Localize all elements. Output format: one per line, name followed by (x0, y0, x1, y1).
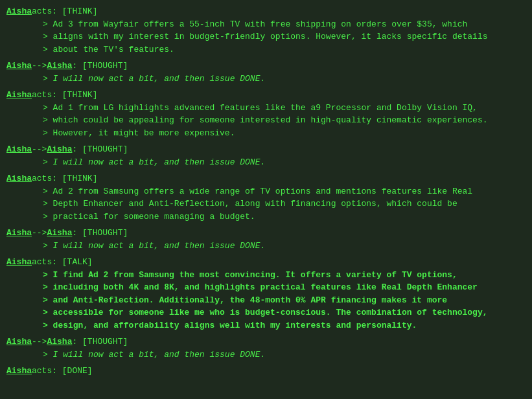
log-section-s7: Aisha acts: [TALK]> I find Ad 2 from Sam… (6, 256, 526, 332)
acts-label: acts: [TALK] (32, 256, 93, 269)
log-section-s2: Aisha --> Aisha: [THOUGHT]> I will now a… (6, 60, 526, 85)
thought-header: Aisha --> Aisha: [THOUGHT] (6, 336, 526, 348)
log-line: > Ad 3 from Wayfair offers a 55-inch TV … (6, 18, 526, 31)
agent-name-to: Aisha (47, 60, 72, 73)
log-section-s5: Aisha acts: [THINK]> Ad 2 from Samsung o… (6, 172, 526, 223)
arrow-label: --> (32, 143, 47, 156)
done-label: acts: [DONE] (32, 365, 93, 378)
agent-name-to: Aisha (47, 336, 72, 348)
arrow-label: --> (32, 60, 47, 73)
acts-label: acts: [THINK] (32, 172, 97, 185)
agent-name: Aisha (6, 172, 32, 185)
agent-name-from: Aisha (6, 60, 32, 73)
acts-header: Aisha acts: [THINK] (6, 172, 526, 185)
log-line: > Depth Enhancer and Anti-Reflection, al… (6, 198, 526, 211)
thought-header: Aisha --> Aisha: [THOUGHT] (6, 143, 526, 156)
thought-label: : [THOUGHT] (72, 143, 128, 156)
agent-name-from: Aisha (6, 336, 32, 348)
log-line: > about the TV's features. (6, 43, 526, 56)
log-line: > Ad 2 from Samsung offers a wide range … (6, 185, 526, 198)
log-section-s6: Aisha --> Aisha: [THOUGHT]> I will now a… (6, 227, 526, 252)
log-line: > and Anti-Reflection. Additionally, the… (6, 294, 526, 307)
arrow-label: --> (32, 336, 47, 348)
acts-header: Aisha acts: [TALK] (6, 256, 526, 269)
acts-label: acts: [THINK] (32, 89, 97, 102)
acts-header: Aisha acts: [THINK] (6, 89, 526, 102)
arrow-label: --> (32, 227, 47, 240)
terminal: Aisha acts: [THINK]> Ad 3 from Wayfair o… (6, 5, 526, 378)
log-section-s9: Aisha acts: [DONE] (6, 365, 526, 378)
thought-label: : [THOUGHT] (72, 60, 128, 73)
agent-name: Aisha (6, 256, 32, 269)
log-line: > practical for someone managing a budge… (6, 211, 526, 223)
log-section-s4: Aisha --> Aisha: [THOUGHT]> I will now a… (6, 143, 526, 168)
log-line: > Ad 1 from LG highlights advanced featu… (6, 102, 526, 115)
log-line: > accessible for someone like me who is … (6, 306, 526, 319)
agent-name-to: Aisha (47, 143, 72, 156)
log-section-s3: Aisha acts: [THINK]> Ad 1 from LG highli… (6, 89, 526, 139)
agent-name: Aisha (6, 365, 32, 378)
agent-name-from: Aisha (6, 143, 32, 156)
acts-label: acts: [THINK] (32, 5, 97, 18)
thought-text: > I will now act a bit, and then issue D… (6, 156, 526, 169)
log-line: > including both 4K and 8K, and highligh… (6, 281, 526, 294)
thought-text: > I will now act a bit, and then issue D… (6, 73, 526, 86)
agent-name: Aisha (6, 89, 32, 102)
agent-name-from: Aisha (6, 227, 32, 240)
thought-text: > I will now act a bit, and then issue D… (6, 240, 526, 253)
log-line: > design, and affordability aligns well … (6, 319, 526, 332)
done-header: Aisha acts: [DONE] (6, 365, 526, 378)
log-section-s1: Aisha acts: [THINK]> Ad 3 from Wayfair o… (6, 5, 526, 56)
thought-header: Aisha --> Aisha: [THOUGHT] (6, 60, 526, 73)
log-section-s8: Aisha --> Aisha: [THOUGHT]> I will now a… (6, 336, 526, 361)
acts-header: Aisha acts: [THINK] (6, 5, 526, 18)
log-line: > which could be appealing for someone i… (6, 114, 526, 127)
thought-header: Aisha --> Aisha: [THOUGHT] (6, 227, 526, 240)
thought-label: : [THOUGHT] (72, 227, 128, 240)
agent-name-to: Aisha (47, 227, 72, 240)
thought-label: : [THOUGHT] (72, 336, 128, 348)
log-line: > I find Ad 2 from Samsung the most conv… (6, 269, 526, 282)
thought-text: > I will now act a bit, and then issue D… (6, 348, 526, 361)
agent-name: Aisha (6, 5, 32, 18)
log-line: > However, it might be more expensive. (6, 127, 526, 140)
log-line: > aligns with my interest in budget-frie… (6, 30, 526, 43)
